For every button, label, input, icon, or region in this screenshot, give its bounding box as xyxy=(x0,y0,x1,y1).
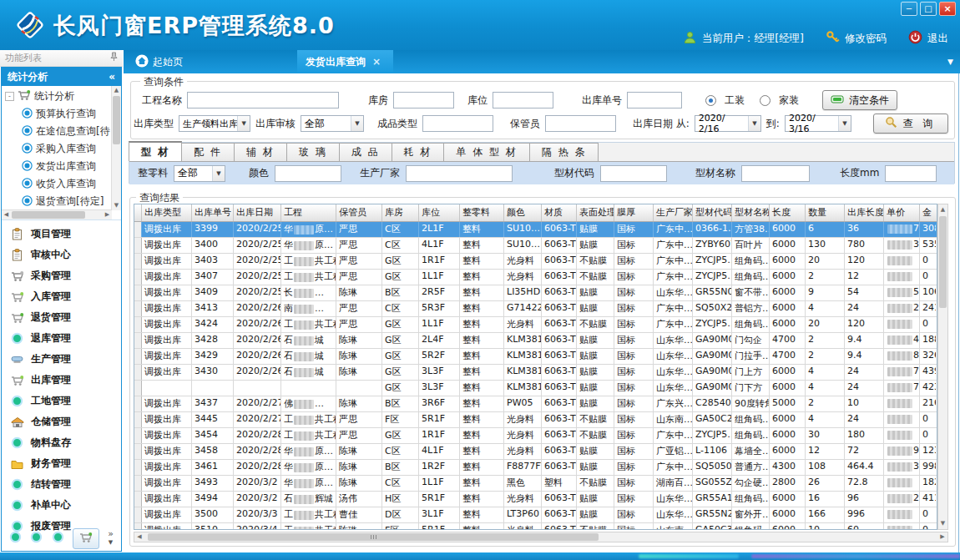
row-selector[interactable] xyxy=(134,412,142,427)
sidebar-item-4[interactable]: 退货管理 xyxy=(2,307,121,328)
location-input[interactable] xyxy=(493,92,553,108)
row-selector[interactable] xyxy=(134,349,142,364)
material-tab-7[interactable]: 隔 热 条 xyxy=(529,143,599,161)
row-selector[interactable] xyxy=(134,365,142,380)
date-to-picker[interactable]: 2020/ 3/16▼ xyxy=(785,115,851,132)
tree-root-statistics[interactable]: -统计分析 xyxy=(2,88,112,105)
keeper-input[interactable] xyxy=(545,115,616,132)
row-selector[interactable] xyxy=(134,428,142,443)
table-row[interactable]: 调拨出库34292020/2/26石城陈琳G区5R2F整料KLM38176063… xyxy=(134,349,937,365)
row-selector[interactable] xyxy=(134,444,142,459)
table-row[interactable]: 调拨出库35102020/3/4工共工程陈琳F区5R1F整料光身料6063-T5… xyxy=(134,523,937,530)
sidebar-item-12[interactable]: 结转管理 xyxy=(2,474,121,495)
row-selector[interactable] xyxy=(134,301,142,316)
column-header[interactable]: 表面处理 xyxy=(577,204,614,221)
sidebar-item-0[interactable]: 项目管理 xyxy=(2,224,121,245)
tab-shipment-outbound-query[interactable]: 发货出库查询 × xyxy=(297,50,393,73)
tree-vertical-scrollbar[interactable]: ▲ ▼ xyxy=(111,86,121,210)
table-row[interactable]: 调拨出库34302020/2/26石城陈琳G区3L3F整料KLM38176063… xyxy=(134,365,937,381)
column-header[interactable]: 库房 xyxy=(382,204,419,221)
table-row[interactable]: 调拨出库34132020/2/26南…严思C区5R3F整料G714226063-… xyxy=(134,301,937,317)
material-tab-3[interactable]: 玻 璃 xyxy=(286,143,340,161)
tree-item-4[interactable]: 收货入库查询 xyxy=(2,175,112,193)
row-selector[interactable] xyxy=(134,523,142,530)
table-row[interactable]: 调拨出库34072020/2/25工共工程严思G区1L1F整料光身料6063-T… xyxy=(134,270,937,285)
sidebar-item-13[interactable]: 补单中心 xyxy=(2,495,121,516)
sidebar-item-2[interactable]: 采购管理 xyxy=(2,265,121,286)
row-selector[interactable] xyxy=(134,507,142,522)
minimize-button[interactable]: − xyxy=(901,2,917,16)
row-selector[interactable] xyxy=(134,238,142,253)
table-row[interactable]: 调拨出库34002020/2/25华原…严思C区4L1F整料SU10…6063-… xyxy=(134,238,937,254)
row-selector[interactable] xyxy=(134,317,142,332)
tree-item-3[interactable]: 发货出库查询 xyxy=(2,158,112,175)
profile-code-input[interactable] xyxy=(600,165,667,182)
tree-item-5[interactable]: 退货查询[待定] xyxy=(2,193,112,210)
table-row[interactable]: 调拨出库34092020/2/25长…陈琳B区2R5F整料LI35HD6063-… xyxy=(134,285,937,301)
length-input[interactable] xyxy=(885,165,937,182)
whole-piece-select[interactable]: 全部▼ xyxy=(174,165,225,182)
material-tab-0[interactable]: 型 材 xyxy=(129,141,182,161)
maximize-button[interactable]: □ xyxy=(920,2,937,16)
tree-item-0[interactable]: 预算执行查询 xyxy=(2,105,112,123)
table-row[interactable]: 调拨出库34612020/2/28华原…陈琳B区1R2F整料F8877FT606… xyxy=(134,460,937,476)
inventory-dot-icon[interactable] xyxy=(30,531,43,546)
grid-vertical-scrollbar[interactable]: ▲ ▼ xyxy=(937,204,948,530)
table-row[interactable]: 调拨出库34942020/3/2石辉城汤伟H区5R1F整料光身料6063-T5贴… xyxy=(134,492,937,507)
row-selector[interactable] xyxy=(134,460,142,475)
sidebar-item-10[interactable]: 物料盘存 xyxy=(2,432,121,453)
column-header[interactable]: 金 xyxy=(920,204,936,221)
material-tab-1[interactable]: 配 件 xyxy=(181,143,235,161)
search-button[interactable]: 查 询 xyxy=(873,114,948,134)
product-type-input[interactable] xyxy=(422,115,493,132)
column-header[interactable]: 出库单号 xyxy=(192,204,234,221)
column-header[interactable]: 材质 xyxy=(542,204,577,221)
tree-item-2[interactable]: 采购入库查询 xyxy=(2,140,112,158)
column-header[interactable]: 保管员 xyxy=(336,204,382,221)
tree-horizontal-scrollbar[interactable]: ◀ ▶ xyxy=(2,209,112,219)
column-header[interactable]: 颜色 xyxy=(504,204,542,221)
column-header[interactable]: 出库日期 xyxy=(234,204,281,221)
sidebar-item-7[interactable]: 出库管理 xyxy=(2,370,121,391)
project-name-input[interactable] xyxy=(187,92,339,108)
logout-link[interactable]: 退出 xyxy=(927,32,948,46)
table-row[interactable]: 调拨出库34582020/2/28华原…陈琳C区4L1F整料光身料6063-T5… xyxy=(134,444,937,460)
tab-close-icon[interactable]: × xyxy=(372,56,381,68)
table-row[interactable]: 调拨出库34032020/2/25工共工程严思G区1R1F整料光身料6063-T… xyxy=(134,254,937,270)
out-type-select[interactable]: 生产领料出库▼ xyxy=(179,115,250,132)
column-header[interactable]: 库位 xyxy=(419,204,460,221)
table-row[interactable]: 调拨出库34452020/2/27工共工程严思F区5R1F整料光身料6063-T… xyxy=(134,412,937,428)
column-header[interactable]: 膜厚 xyxy=(614,204,654,221)
order-no-input[interactable] xyxy=(627,92,682,108)
column-header[interactable]: 出库类型 xyxy=(142,204,192,221)
row-selector[interactable] xyxy=(134,222,142,237)
row-selector[interactable] xyxy=(134,254,142,269)
row-selector[interactable] xyxy=(134,285,142,300)
column-header[interactable]: 长度 xyxy=(770,204,806,221)
tab-home[interactable]: 起始页 xyxy=(135,50,183,73)
close-button[interactable]: × xyxy=(939,2,956,16)
row-selector[interactable] xyxy=(134,476,142,491)
collapse-icon[interactable]: « xyxy=(109,71,115,83)
row-selector[interactable] xyxy=(134,333,142,348)
audit-select[interactable]: 全部▼ xyxy=(301,115,364,132)
row-selector-header[interactable] xyxy=(134,204,142,221)
column-header[interactable]: 型材代码 xyxy=(693,204,732,221)
date-from-picker[interactable]: 2020/ 2/16▼ xyxy=(695,115,761,132)
column-header[interactable]: 工程 xyxy=(281,204,336,221)
radio-jiazhuang[interactable] xyxy=(760,95,771,106)
table-row[interactable]: 调拨出库34542020/2/28工共工程严思G区1R1F整料光身料6063-T… xyxy=(134,428,937,444)
row-selector[interactable] xyxy=(134,270,142,285)
material-tab-2[interactable]: 辅 材 xyxy=(234,143,287,161)
sidebar-item-6[interactable]: 生产管理 xyxy=(2,349,121,370)
change-password-link[interactable]: 修改密码 xyxy=(845,32,887,46)
carry-dot-icon[interactable] xyxy=(52,531,64,546)
row-selector[interactable] xyxy=(134,492,142,507)
statistics-section-header[interactable]: 统计分析 « xyxy=(2,68,121,86)
column-header[interactable]: 整零料 xyxy=(460,204,504,221)
material-tab-6[interactable]: 单 体 型 材 xyxy=(443,143,529,161)
column-header[interactable]: 生产厂家 xyxy=(654,204,693,221)
column-header[interactable]: 单价 xyxy=(884,204,920,221)
material-tab-4[interactable]: 成 品 xyxy=(339,143,392,161)
table-row[interactable]: 调拨出库34242020/2/26工共工程严思G区1L1F整料光身料6063-T… xyxy=(134,317,937,333)
